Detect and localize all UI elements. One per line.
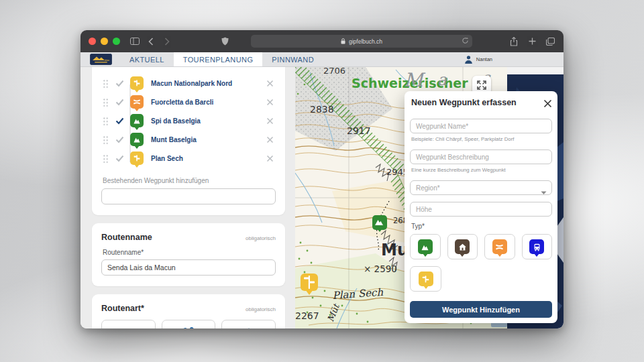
snowshoe-icon xyxy=(180,325,197,328)
user-menu[interactable]: Nantan xyxy=(464,52,492,66)
region-select[interactable] xyxy=(410,180,552,195)
map-label-2706: 2706 xyxy=(323,67,345,76)
drag-handle-icon[interactable] xyxy=(103,79,108,88)
forward-button[interactable] xyxy=(162,36,172,47)
check-icon-active[interactable] xyxy=(115,117,125,125)
tab-tourenplanung[interactable]: TOURENPLANUNG xyxy=(174,52,263,66)
typ-label: Typ* xyxy=(411,223,552,230)
waypoint-name[interactable]: Fuorcletta da Barcli xyxy=(151,99,266,106)
waypoint-row: Munt Baselgia xyxy=(101,130,276,149)
add-waypoint-button[interactable]: Wegpunkt Hinzufügen xyxy=(410,301,552,318)
tab-label: PINNWAND xyxy=(272,56,314,64)
tab-label: AKTUELL xyxy=(129,56,164,64)
routenart-alpinetour-button[interactable] xyxy=(101,320,156,328)
drag-handle-icon[interactable] xyxy=(103,98,108,107)
drag-handle-icon[interactable] xyxy=(103,117,108,125)
remove-waypoint-icon[interactable] xyxy=(266,155,276,162)
routenname-card: Routenname obligatorisch Routenname* xyxy=(92,223,285,286)
tab-aktuell[interactable]: AKTUELL xyxy=(120,52,174,66)
type-hut-button[interactable] xyxy=(447,234,478,259)
gipfelbuch-logo[interactable] xyxy=(90,54,112,65)
routenname-field-label: Routenname* xyxy=(103,249,276,256)
pass-marker-icon xyxy=(492,239,507,254)
close-window-button[interactable] xyxy=(89,38,96,45)
altitude-input[interactable] xyxy=(410,202,552,217)
tab-overview-icon[interactable] xyxy=(545,36,555,47)
waypoint-row: Macun Nationalpark Nord xyxy=(101,74,276,93)
waypoint-description-help: Eine kurze Beschreibung zum Wegpunkt xyxy=(411,167,552,173)
close-panel-icon[interactable] xyxy=(543,99,552,111)
required-note: obligatorisch xyxy=(246,306,276,312)
map-label-2838: 2838 xyxy=(310,104,334,115)
expand-icon xyxy=(476,80,487,90)
waypoint-description-input[interactable] xyxy=(410,149,552,164)
region-select-input[interactable] xyxy=(410,180,552,195)
check-icon[interactable] xyxy=(115,80,125,87)
waypoint-name[interactable]: Munt Baselgia xyxy=(151,136,266,143)
route-sidebar: Macun Nationalpark Nord Fuorcletta da Ba… xyxy=(80,67,295,328)
routenname-heading: Routenname xyxy=(101,233,152,242)
tab-label: TOURENPLANUNG xyxy=(183,56,254,64)
routenname-input[interactable] xyxy=(101,259,276,276)
map-label-m: M xyxy=(404,69,426,91)
url-text: gipfelbuch.ch xyxy=(349,38,382,45)
signpost-marker-icon xyxy=(130,76,144,90)
waypoint-name[interactable]: Spi da Baselgia xyxy=(151,117,266,125)
url-bar[interactable]: gipfelbuch.ch xyxy=(251,35,472,48)
map-marker-mountain[interactable] xyxy=(372,215,387,232)
routenart-heading: Routenart* xyxy=(101,304,144,313)
new-tab-icon[interactable] xyxy=(527,36,537,47)
type-mountain-button[interactable] xyxy=(410,234,441,259)
panel-title: Neuen Wegpunkt erfassen xyxy=(410,98,517,107)
sidebar-toggle-icon[interactable] xyxy=(129,36,140,47)
mountain-marker-icon xyxy=(130,114,144,127)
routenart-card: Routenart* obligatorisch xyxy=(92,294,285,328)
share-icon[interactable] xyxy=(508,36,519,47)
pass-marker-icon xyxy=(130,95,144,109)
bus-marker-icon xyxy=(529,239,544,254)
add-existing-waypoint-input[interactable] xyxy=(101,188,276,204)
remove-waypoint-icon[interactable] xyxy=(266,136,276,143)
user-icon xyxy=(464,55,473,64)
map-label-a: a xyxy=(437,70,447,89)
remove-waypoint-icon[interactable] xyxy=(266,117,276,125)
minimize-window-button[interactable] xyxy=(101,38,108,45)
waypoint-name[interactable]: Macun Nationalpark Nord xyxy=(151,80,266,87)
routenart-snowshoe-button[interactable] xyxy=(162,320,216,328)
waypoint-name[interactable]: Plan Sech xyxy=(151,155,266,162)
remove-waypoint-icon[interactable] xyxy=(266,99,276,106)
back-button[interactable] xyxy=(146,36,156,47)
browser-window: gipfelbuch.ch AKTUELL TOURENPLANUNG PINN… xyxy=(80,30,564,328)
waypoint-row: Spi da Baselgia xyxy=(101,111,276,130)
check-icon[interactable] xyxy=(115,155,125,162)
user-name: Nantan xyxy=(476,56,492,62)
waypoint-name-help: Beispiele: Chli Chärpf, Speer, Parkplatz… xyxy=(411,136,552,142)
browser-chrome: gipfelbuch.ch xyxy=(80,30,564,52)
alpine-mountain-icon xyxy=(119,325,137,328)
map-label-2267: 2267 xyxy=(295,310,319,321)
mountain-marker-icon xyxy=(418,239,433,254)
lock-icon xyxy=(341,38,345,44)
type-signpost-button[interactable] xyxy=(410,266,441,292)
required-note: obligatorisch xyxy=(246,235,276,241)
check-icon[interactable] xyxy=(115,136,125,143)
maximize-window-button[interactable] xyxy=(113,38,120,45)
type-bus-button[interactable] xyxy=(522,234,553,259)
map-label-2917: 2917 xyxy=(347,125,371,136)
drag-handle-icon[interactable] xyxy=(103,135,108,144)
waypoint-name-input[interactable] xyxy=(410,119,552,133)
type-pass-button[interactable] xyxy=(484,234,515,259)
site-navbar: AKTUELL TOURENPLANUNG PINNWAND Nantan xyxy=(80,52,564,67)
waypoint-row: Plan Sech xyxy=(101,149,276,168)
tab-pinnwand[interactable]: PINNWAND xyxy=(262,52,323,66)
hut-marker-icon xyxy=(455,239,470,254)
drag-handle-icon[interactable] xyxy=(103,154,108,163)
privacy-shield-icon[interactable] xyxy=(219,36,230,47)
routenart-bergtour-button[interactable] xyxy=(221,320,276,328)
remove-waypoint-icon[interactable] xyxy=(266,80,276,87)
waypoint-row: Fuorcletta da Barcli xyxy=(101,93,276,111)
mountain-icon xyxy=(240,325,258,328)
reload-icon[interactable] xyxy=(462,37,469,46)
new-waypoint-panel: Neuen Wegpunkt erfassen Beispiele: Chli … xyxy=(405,91,557,323)
check-icon[interactable] xyxy=(115,99,125,106)
